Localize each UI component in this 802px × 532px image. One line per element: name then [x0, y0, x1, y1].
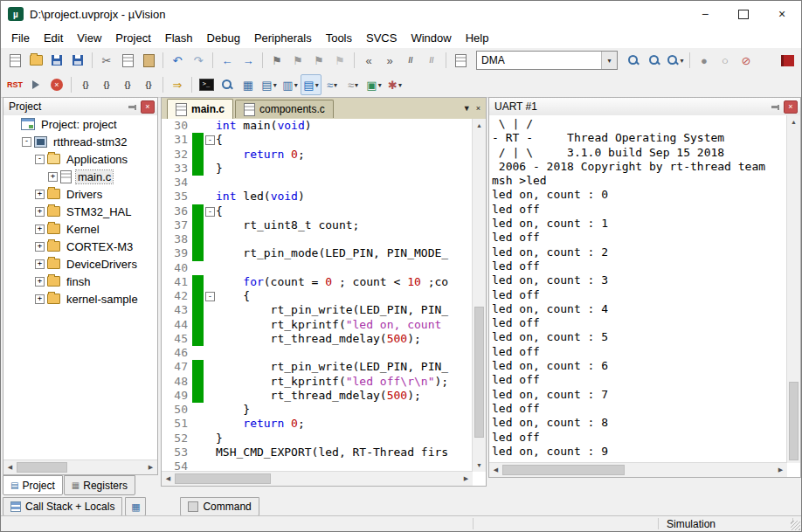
cut-icon[interactable]: ✂	[96, 50, 117, 71]
scrollbar-track[interactable]	[787, 128, 800, 450]
reset-cpu-icon[interactable]: RST	[4, 74, 25, 95]
insert-breakpoint-icon[interactable]: ●	[694, 50, 715, 71]
tree-item-project-project[interactable]: +Project: project	[3, 115, 157, 133]
help-icon[interactable]	[777, 50, 798, 71]
code-editor[interactable]: 30int main(void)31-{32 return 0;33}3435i…	[162, 119, 473, 472]
symbols-window-icon[interactable]: ▦	[238, 74, 259, 95]
save-icon[interactable]	[46, 50, 67, 71]
pin-icon[interactable]	[771, 101, 781, 112]
find-symbol-icon[interactable]: ▾	[665, 50, 686, 71]
command-window-icon[interactable]	[196, 74, 217, 95]
toggle-bookmark-icon[interactable]: ⚑	[266, 50, 287, 71]
next-bookmark-icon[interactable]: ⚑	[308, 50, 329, 71]
pin-icon[interactable]	[128, 101, 138, 112]
tree-item-devicedrivers[interactable]: +DeviceDrivers	[3, 255, 157, 273]
project-hscrollbar[interactable]: ◀ ▶	[3, 459, 157, 474]
enable-breakpoint-icon[interactable]: ○	[715, 50, 736, 71]
comment-icon[interactable]: //	[400, 50, 421, 71]
scrollbar-thumb[interactable]	[17, 462, 67, 473]
new-file-icon[interactable]	[4, 50, 25, 71]
kill-breakpoints-icon[interactable]: ⊘	[736, 50, 757, 71]
scroll-down-icon[interactable]: ▼	[473, 459, 486, 472]
document-options-icon[interactable]	[450, 50, 471, 71]
tab-main-c[interactable]: main.c	[167, 99, 233, 119]
scrollbar-thumb[interactable]	[474, 307, 484, 438]
tab-project[interactable]: ▤Project	[3, 475, 63, 495]
tree-item-kernel[interactable]: +Kernel	[3, 220, 157, 238]
scrollbar-thumb[interactable]	[789, 382, 799, 460]
menu-help[interactable]: Help	[459, 29, 496, 47]
show-next-statement-icon[interactable]: ⇒	[167, 74, 188, 95]
editor-vscrollbar[interactable]: ▲ ▼	[472, 119, 486, 472]
menu-debug[interactable]: Debug	[200, 29, 247, 47]
scrollbar-track[interactable]	[17, 460, 144, 474]
tab-call-stack[interactable]: Call Stack + Locals	[3, 497, 122, 516]
tree-item-kernel-sample[interactable]: +kernel-sample	[3, 290, 157, 307]
trace-windows-icon[interactable]: ≈▾	[342, 74, 363, 95]
scrollbar-thumb[interactable]	[502, 465, 625, 475]
navigate-back-icon[interactable]: ←	[217, 50, 238, 71]
uart-hscrollbar[interactable]: ◀ ▶	[489, 462, 787, 477]
scroll-up-icon[interactable]: ▲	[787, 115, 800, 128]
toolbar-combobox[interactable]: DMA ▾	[476, 51, 618, 70]
tree-item-rtthread-stm32[interactable]: -rtthread-stm32	[3, 133, 157, 150]
scrollbar-track[interactable]	[175, 472, 460, 486]
open-icon[interactable]	[25, 50, 46, 71]
close-icon[interactable]: ×	[784, 100, 798, 114]
outdent-icon[interactable]: «	[358, 50, 379, 71]
tree-expander-icon[interactable]: +	[35, 207, 45, 217]
uncomment-icon[interactable]: //	[421, 50, 442, 71]
tree-expander-icon[interactable]: +	[35, 242, 45, 252]
scroll-left-icon[interactable]: ◀	[3, 461, 17, 474]
undo-icon[interactable]: ↶	[167, 50, 188, 71]
prev-bookmark-icon[interactable]: ⚑	[287, 50, 308, 71]
menu-tools[interactable]: Tools	[319, 29, 359, 47]
find-icon[interactable]	[644, 50, 665, 71]
fold-collapse-icon[interactable]: -	[205, 135, 215, 145]
scroll-right-icon[interactable]: ▶	[460, 473, 473, 486]
clear-bookmarks-icon[interactable]: ⚑	[329, 50, 350, 71]
run-icon[interactable]	[25, 74, 46, 95]
fold-collapse-icon[interactable]: -	[205, 207, 215, 217]
tree-item-stm32-hal[interactable]: +STM32_HAL	[3, 203, 157, 220]
find-in-files-icon[interactable]	[623, 50, 644, 71]
uart-output[interactable]: \ | /- RT - Thread Operating System / | …	[489, 115, 787, 463]
step-out-icon[interactable]: {}	[117, 74, 138, 95]
scroll-right-icon[interactable]: ▶	[144, 461, 157, 474]
watch-windows-icon[interactable]: ▤▾	[259, 74, 280, 95]
stop-icon[interactable]	[46, 74, 67, 95]
menu-edit[interactable]: Edit	[37, 29, 70, 47]
menu-flash[interactable]: Flash	[158, 29, 200, 47]
scrollbar-track[interactable]	[502, 463, 774, 477]
tab-components-c[interactable]: components.c	[235, 100, 334, 118]
tab-close-icon[interactable]: ×	[476, 104, 481, 113]
minimize-button[interactable]: −	[686, 1, 724, 27]
tree-item-drivers[interactable]: +Drivers	[3, 185, 157, 203]
memory-dock-icon[interactable]: ▦	[125, 497, 146, 516]
tree-expander-icon[interactable]: -	[22, 137, 31, 147]
tree-expander-icon[interactable]: -	[35, 155, 45, 164]
tree-expander-icon[interactable]: +	[35, 225, 45, 234]
tree-expander-icon[interactable]: +	[35, 190, 45, 199]
redo-icon[interactable]: ↷	[188, 50, 209, 71]
close-button[interactable]: ×	[763, 1, 801, 27]
menu-project[interactable]: Project	[108, 29, 157, 47]
disassembly-window-icon[interactable]	[217, 74, 238, 95]
navigate-forward-icon[interactable]: →	[238, 50, 259, 71]
indent-icon[interactable]: »	[379, 50, 400, 71]
resize-grip[interactable]	[791, 521, 800, 530]
editor-hscrollbar[interactable]: ◀ ▶	[162, 471, 473, 486]
menu-file[interactable]: File	[4, 29, 37, 47]
tab-registers[interactable]: ▦Registers	[64, 475, 135, 495]
scrollbar-thumb[interactable]	[175, 473, 271, 484]
paste-icon[interactable]	[138, 50, 159, 71]
copy-icon[interactable]	[117, 50, 138, 71]
scroll-up-icon[interactable]: ▲	[473, 119, 486, 132]
tab-list-icon[interactable]: ▼	[463, 104, 471, 113]
step-icon[interactable]: {}	[75, 74, 96, 95]
close-icon[interactable]: ×	[141, 100, 155, 114]
tree-item-cortex-m3[interactable]: +CORTEX-M3	[3, 238, 157, 255]
run-to-cursor-icon[interactable]: {}	[138, 74, 159, 95]
analysis-windows-icon[interactable]: ≈▾	[321, 74, 342, 95]
tab-command[interactable]: Command	[180, 497, 259, 516]
